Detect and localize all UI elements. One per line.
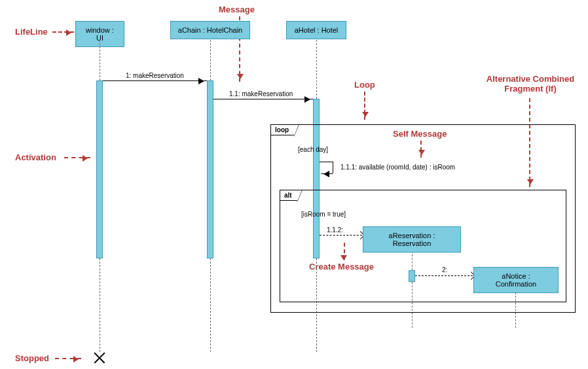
fragment-alt-label: alt bbox=[280, 190, 298, 201]
annot-loop: Loop bbox=[354, 80, 375, 90]
annot-lifeline: LifeLine bbox=[15, 27, 48, 37]
lifeline-chain: aChain : HotelChain bbox=[170, 21, 250, 39]
self-msg-h1 bbox=[320, 162, 333, 162]
msg-2-label: 2: bbox=[441, 266, 449, 273]
msg-11-label: 1.1: makeReservation bbox=[228, 90, 294, 97]
msg-112-label: 1.1.2: bbox=[325, 226, 344, 234]
msg-1-line bbox=[103, 80, 207, 81]
annot-activation-arrow bbox=[64, 157, 90, 158]
lifeline-chain-dash bbox=[210, 40, 211, 80]
msg-2-line bbox=[415, 275, 473, 276]
fragment-alt-guard: [isRoom = true] bbox=[301, 211, 346, 218]
fragment-loop-label: loop bbox=[271, 125, 295, 135]
annot-message: Message bbox=[219, 5, 255, 14]
self-msg-v bbox=[333, 162, 333, 173]
activation-chain bbox=[207, 80, 213, 258]
lifeline-hotel-dash bbox=[316, 40, 317, 99]
msg-111-label: 1.1.1: available (roomId, date) : isRoom bbox=[339, 164, 456, 171]
lifeline-notice: aNotice : Confirmation bbox=[473, 267, 559, 293]
stop-marker bbox=[94, 352, 105, 362]
lifeline-hotel: aHotel : Hotel bbox=[286, 21, 346, 39]
lifeline-chain-dash2 bbox=[210, 258, 211, 352]
self-msg-h2 bbox=[321, 173, 333, 174]
annot-lifeline-arrow bbox=[52, 31, 74, 33]
msg-112-line bbox=[320, 235, 362, 236]
activation-ui bbox=[96, 80, 103, 258]
annot-activation: Activation bbox=[15, 152, 56, 162]
fragment-loop-guard: [each day] bbox=[298, 146, 328, 153]
lifeline-ui-dash2 bbox=[100, 258, 100, 352]
msg-1-label: 1: makeReservation bbox=[124, 72, 185, 79]
annot-stopped-arrow bbox=[55, 358, 81, 359]
lifeline-reservation: aReservation : Reservation bbox=[363, 226, 461, 253]
annot-loop-arrow bbox=[364, 92, 365, 120]
lifeline-ui-dash bbox=[100, 40, 100, 80]
annot-alternative: Alternative Combined Fragment (If) bbox=[478, 74, 583, 94]
annot-stopped: Stopped bbox=[15, 353, 49, 363]
msg-11-line bbox=[213, 99, 313, 99]
